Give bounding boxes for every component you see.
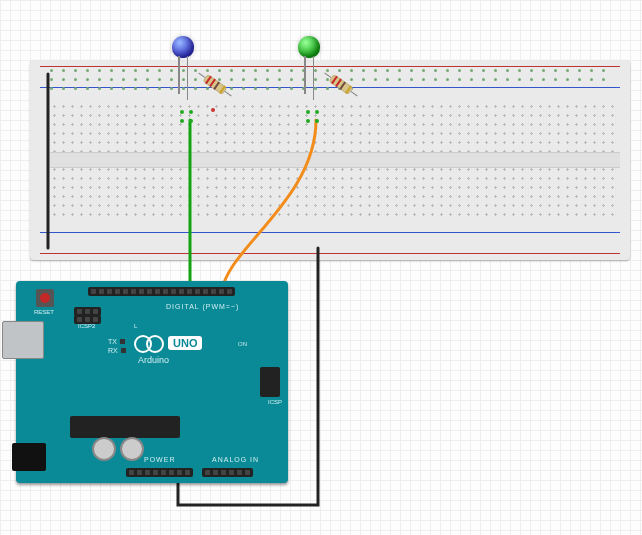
- label-arduino: Arduino: [138, 355, 169, 365]
- arduino-digital-header-left[interactable]: [88, 287, 171, 296]
- arduino-logo: UNO: [134, 335, 202, 351]
- led-blue: [172, 36, 194, 58]
- led-blue-anode-lead: [187, 56, 189, 100]
- resistor-band: [213, 81, 220, 90]
- label-digital: DIGITAL (PWM=~): [166, 303, 239, 310]
- arduino-txrx-leds: TX RX: [108, 337, 126, 355]
- breadboard-tie-points: [50, 102, 620, 218]
- label-rx: RX: [108, 346, 126, 355]
- arduino-icsp-header[interactable]: [260, 367, 280, 397]
- resistor-band: [345, 85, 352, 94]
- arduino-usb-port: [2, 321, 44, 359]
- resistor-2-lead: [351, 91, 358, 96]
- label-power: POWER: [144, 456, 175, 463]
- breadboard-center-channel: [50, 152, 620, 168]
- arduino-power-header[interactable]: [126, 468, 193, 477]
- resistor-band: [219, 85, 226, 94]
- arduino-model: UNO: [168, 336, 202, 350]
- led-green-anode-lead: [313, 56, 315, 100]
- arduino-infinity-icon: [134, 335, 164, 351]
- led-green-cathode-lead: [304, 56, 306, 94]
- arduino-reset-button[interactable]: [36, 289, 54, 307]
- led-green: [298, 36, 320, 58]
- arduino-atmega-chip: [70, 416, 180, 438]
- arduino-uno-board: RESET DIGITAL (PWM=~) POWER ANALOG IN IC…: [16, 281, 288, 483]
- resistor-1-lead: [225, 91, 232, 96]
- label-on: ON: [238, 341, 247, 347]
- arduino-digital-header-right[interactable]: [168, 287, 235, 296]
- arduino-capacitors: [92, 437, 144, 461]
- arduino-icsp2-header-row2[interactable]: [74, 315, 101, 324]
- resistor-band: [339, 81, 346, 90]
- breadboard-bottom-power-rail: [40, 232, 620, 254]
- label-L: L: [134, 323, 137, 329]
- label-tx: TX: [108, 337, 126, 346]
- led-blue-cathode-lead: [178, 56, 180, 94]
- label-icsp: ICSP: [268, 399, 282, 405]
- label-analog-in: ANALOG IN: [212, 456, 259, 463]
- label-reset: RESET: [34, 309, 54, 315]
- arduino-analog-header[interactable]: [202, 468, 253, 477]
- breadboard: [30, 60, 630, 260]
- arduino-barrel-jack: [12, 443, 46, 471]
